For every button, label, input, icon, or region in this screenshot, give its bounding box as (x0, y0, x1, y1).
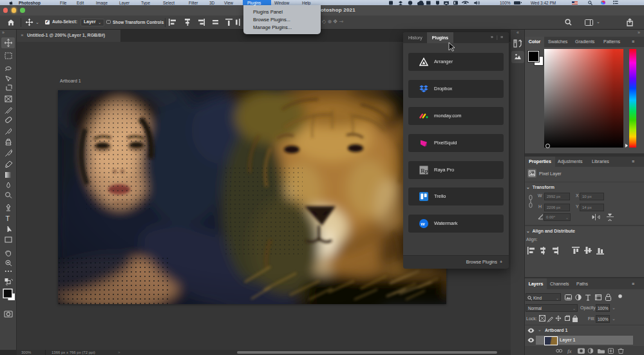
svg-text:Rp: Rp (421, 168, 428, 174)
svg-text:T: T (6, 215, 10, 222)
svg-text:»: » (2, 30, 5, 35)
svg-text:fx: fx (567, 348, 572, 354)
svg-text:w: w (421, 221, 426, 227)
